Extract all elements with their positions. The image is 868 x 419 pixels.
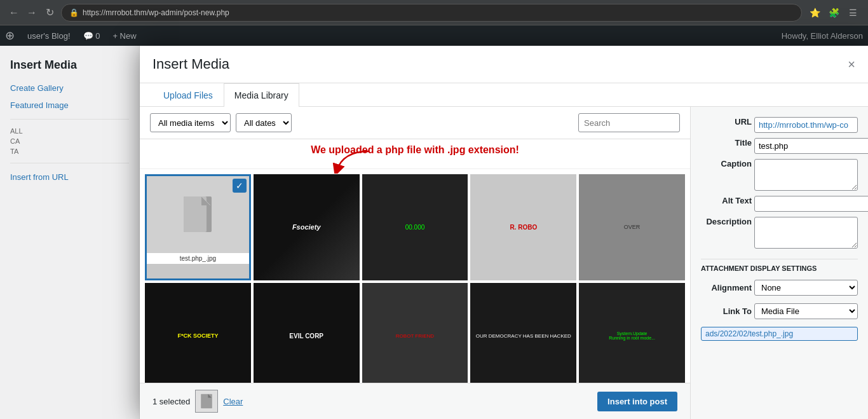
alt-text-field-row: Alt Text [701,196,858,212]
money-img: 00.000 [362,174,468,280]
link-to-row: Link To Media File Attachment Page Custo… [701,303,858,319]
media-grid-wrapper[interactable]: test.php_.jpg ✓ Fsociety [140,169,690,383]
wp-main: ⊞ 📝 🖼 📄 💬 🎨 🔌 👤 🔧 ⚙ Insert Media Create … [0,46,868,419]
description-field-row: Description [701,217,858,249]
sidebar-title: Insert Media [10,58,129,72]
wp-admin-bar: ⊕ user's Blog! 💬 0 + New Howdy, Elliot A… [0,25,868,46]
robot-friend-img: ROBOT FRIEND [362,283,468,383]
alt-text-input[interactable] [754,196,868,212]
alt-text-label: Alt Text [701,196,752,205]
caption-label: Caption [701,159,752,168]
right-panel: URL http://mrrobot.thm/wp-co Title Capti… [690,107,868,419]
media-item-robot-friend[interactable]: ROBOT FRIEND [362,283,468,383]
forward-button[interactable]: → [25,6,38,19]
annotation-area: We uploaded a php file with .jpg extensi… [140,139,690,169]
insert-into-post-button[interactable]: Insert into post [597,392,677,411]
date-filter[interactable]: All dates [236,113,292,132]
media-type-filter[interactable]: All media items [150,113,231,132]
mr-robot2-img: OVER [579,174,685,280]
media-item-democracy[interactable]: OUR DEMOCRACY HAS BEEN HACKED [470,283,576,383]
fsociety-img: Fsociety [254,174,360,280]
modal-overlay[interactable]: Insert Media Create Gallery Featured Ima… [0,46,868,419]
media-item-mr-robot[interactable]: R. ROBO [470,174,576,280]
file-document-icon [182,195,213,233]
democracy-img: OUR DEMOCRACY HAS BEEN HACKED [470,283,576,383]
lock-icon: 🔒 [69,8,79,17]
insert-media-modal: Insert Media × Upload Files Media Librar… [140,46,868,419]
create-gallery-link[interactable]: Create Gallery [10,82,129,94]
comments-link[interactable]: 💬 0 [78,31,105,41]
caption-field-row: Caption [701,159,858,191]
svg-rect-2 [201,394,212,408]
sidebar-divider2 [10,163,129,163]
media-item-system[interactable]: System.UpdateRunning in root mode... [579,283,685,383]
description-label: Description [701,217,752,226]
sidebar-section-all: All [10,127,129,135]
extensions-icon[interactable]: 🧩 [826,5,841,20]
alignment-select[interactable]: None Left Center Right [754,280,858,296]
attachment-settings-title: ATTACHMENT DISPLAY SETTINGS [701,259,858,272]
description-textarea[interactable] [754,217,858,249]
url-field-row: URL http://mrrobot.thm/wp-co [701,117,858,133]
mr-robot-img: R. ROBO [470,174,576,280]
media-item-money[interactable]: 00.000 [362,174,468,280]
bookmarks-icon[interactable]: ⭐ [807,5,822,20]
menu-icon[interactable]: ☰ [845,5,860,20]
title-input[interactable] [754,138,868,154]
url-field-highlighted[interactable]: ads/2022/02/test.php_.jpg [701,327,858,341]
media-item-mr-robot2[interactable]: OVER [579,174,685,280]
annotation-text: We uploaded a php file with .jpg extensi… [150,144,680,156]
browser-actions: ⭐ 🧩 ☰ [807,5,860,20]
insert-from-url-link[interactable]: Insert from URL [10,171,129,183]
howdy-text: Howdy, Elliot Alderson [782,31,863,41]
media-content-area: All media items All dates We uploaded a … [140,107,690,419]
media-item-evilcorp[interactable]: EVIL CORP [254,283,360,383]
back-button[interactable]: ← [8,6,20,19]
media-item-society[interactable]: F*CK SOCIETY [145,283,251,383]
insert-media-sidebar: Insert Media Create Gallery Featured Ima… [0,46,140,419]
selected-count: 1 selected [153,397,190,406]
evilcorp-img: EVIL CORP [254,283,360,383]
selected-check-badge: ✓ [233,179,247,193]
site-name-link[interactable]: user's Blog! [22,31,76,41]
clear-selection-link[interactable]: Clear [223,397,243,406]
browser-chrome: ← → ↻ 🔒 https://mrrobot.thm/wp-admin/pos… [0,0,868,25]
modal-close-button[interactable]: × [848,58,855,71]
thumb-preview [195,390,218,413]
modal-tabs: Upload Files Media Library [140,83,868,107]
url-text: https://mrrobot.thm/wp-admin/post-new.ph… [83,8,229,17]
php-file-label: test.php_.jpg [147,253,249,264]
alignment-row: Alignment None Left Center Right [701,280,858,296]
tab-media-library[interactable]: Media Library [224,83,299,107]
selected-info: 1 selected Clear [153,390,243,413]
arrow-icon [330,148,381,174]
tab-upload-files[interactable]: Upload Files [153,83,224,107]
link-to-label: Link To [701,306,752,316]
media-grid: test.php_.jpg ✓ Fsociety [145,174,685,383]
society-img: F*CK SOCIETY [145,283,251,383]
url-field-highlighted-row: ads/2022/02/test.php_.jpg [701,327,858,341]
filters-bar: All media items All dates [140,107,690,139]
sidebar-divider [10,119,129,120]
url-value: http://mrrobot.thm/wp-co [754,117,858,133]
link-to-select[interactable]: Media File Attachment Page Custom URL No… [754,303,858,319]
media-item-php-file[interactable]: test.php_.jpg ✓ [145,174,251,280]
media-item-fsociety[interactable]: Fsociety [254,174,360,280]
modal-header: Insert Media × [140,46,868,83]
refresh-button[interactable]: ↻ [43,6,56,19]
wp-logo-icon[interactable]: ⊕ [5,29,15,43]
title-label: Title [701,138,752,148]
url-label: URL [701,117,752,127]
featured-image-link[interactable]: Featured Image [10,99,129,111]
new-post-link[interactable]: + New [107,31,141,41]
thumb-file-icon [200,394,213,409]
alignment-label: Alignment [701,283,752,292]
modal-footer: 1 selected Clear Insert into post [140,383,690,419]
search-input[interactable] [578,113,680,132]
title-field-row: Title [701,138,858,154]
sidebar-section-tags: Ta [10,148,129,155]
address-bar[interactable]: 🔒 https://mrrobot.thm/wp-admin/post-new.… [61,4,802,22]
caption-textarea[interactable] [754,159,858,191]
modal-title: Insert Media [153,56,229,72]
sidebar-section-media: Ca [10,137,129,145]
